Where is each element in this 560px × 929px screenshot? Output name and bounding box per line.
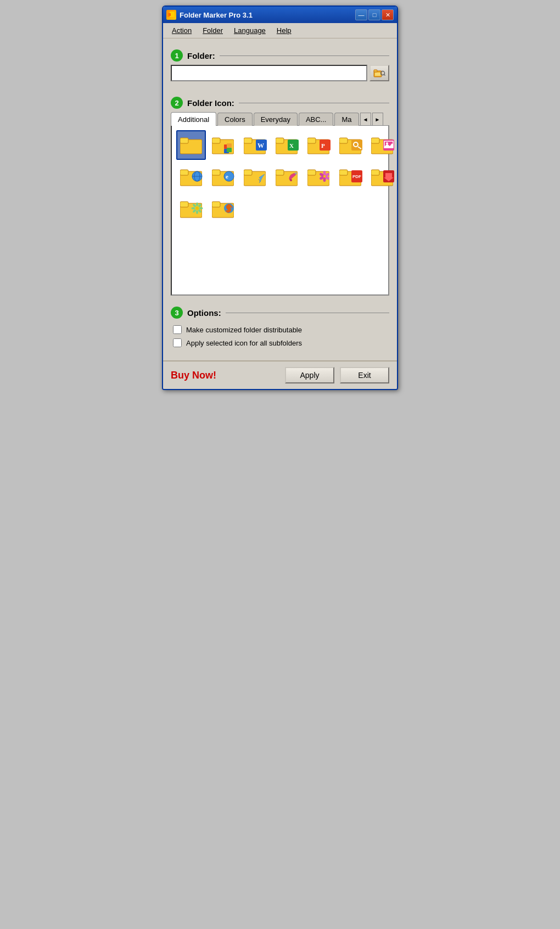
svg-text:W: W xyxy=(257,142,264,149)
tab-everyday[interactable]: Everyday xyxy=(254,113,298,126)
svg-point-71 xyxy=(195,207,199,210)
folder-icon-feather[interactable] xyxy=(240,162,270,192)
svg-rect-13 xyxy=(227,143,232,148)
svg-rect-62 xyxy=(339,170,348,175)
tab-abc[interactable]: ABC... xyxy=(299,113,334,126)
svg-rect-81 xyxy=(212,202,220,207)
folder-section-header: 1 Folder: xyxy=(171,49,389,62)
menu-action[interactable]: Action xyxy=(167,25,196,36)
svg-rect-17 xyxy=(244,138,252,143)
svg-line-7 xyxy=(384,75,385,76)
folder-icon-plain[interactable] xyxy=(176,130,206,160)
checkbox-row-subfolders: Apply selected icon for all subfolders xyxy=(173,338,387,347)
browse-button[interactable] xyxy=(369,65,389,81)
content-area: 1 Folder: 2 Folder Icon: xyxy=(163,38,397,360)
svg-point-73 xyxy=(198,203,202,208)
checkbox-distributable-label: Make customized folder distributable xyxy=(186,326,302,334)
folder-icon-red-arrow[interactable] xyxy=(367,162,397,192)
checkbox-subfolders[interactable] xyxy=(173,338,182,347)
svg-rect-44 xyxy=(212,170,220,175)
folder-icon-ie[interactable]: e xyxy=(208,162,238,192)
tab-bar: Additional Colors Everyday ABC... Ma ◄ ► xyxy=(171,112,389,126)
title-bar: Folder Marker Pro 3.1 — □ ✕ xyxy=(163,7,397,23)
svg-point-76 xyxy=(196,210,198,214)
tab-scroll-right[interactable]: ► xyxy=(372,113,383,126)
options-step-number: 3 xyxy=(171,307,183,319)
main-window: Folder Marker Pro 3.1 — □ ✕ Action Folde… xyxy=(162,5,398,390)
svg-rect-5 xyxy=(375,73,380,76)
icon-grid-container: W xyxy=(171,125,389,296)
svg-rect-29 xyxy=(339,138,348,143)
close-button[interactable]: ✕ xyxy=(382,9,394,20)
folder-section-title: Folder: xyxy=(187,51,215,60)
menu-help[interactable]: Help xyxy=(272,25,296,36)
icon-divider xyxy=(239,103,389,103)
options-section-header: 3 Options: xyxy=(171,307,389,319)
minimize-button[interactable]: — xyxy=(355,9,367,20)
options-section-title: Options: xyxy=(187,308,221,318)
folder-icon-firefox[interactable] xyxy=(208,194,238,224)
folder-icon-globe[interactable] xyxy=(176,162,206,192)
svg-text:e: e xyxy=(226,173,228,180)
svg-rect-21 xyxy=(276,138,284,143)
svg-text:PDF: PDF xyxy=(352,174,361,179)
folder-icon-daisy[interactable] xyxy=(176,194,206,224)
folder-icon-key[interactable] xyxy=(335,130,365,160)
svg-rect-9 xyxy=(180,138,188,143)
checkbox-row-distributable: Make customized folder distributable xyxy=(173,325,387,334)
svg-rect-2 xyxy=(169,13,171,16)
svg-text:P: P xyxy=(321,142,325,149)
folder-icon-word[interactable]: W xyxy=(240,130,270,160)
checkbox-subfolders-label: Apply selected icon for all subfolders xyxy=(186,339,302,347)
menu-language[interactable]: Language xyxy=(229,25,270,36)
icon-section-header: 2 Folder Icon: xyxy=(171,97,389,109)
bottom-bar: Buy Now! Apply Exit xyxy=(163,360,397,389)
title-bar-left: Folder Marker Pro 3.1 xyxy=(166,10,253,20)
svg-rect-48 xyxy=(244,170,252,175)
svg-point-78 xyxy=(192,207,195,209)
svg-rect-53 xyxy=(307,170,316,175)
options-checkboxes: Make customized folder distributable App… xyxy=(171,322,389,355)
menu-folder[interactable]: Folder xyxy=(198,25,227,36)
icon-grid: W xyxy=(176,130,384,224)
tab-additional[interactable]: Additional xyxy=(171,112,216,126)
app-icon xyxy=(166,10,176,20)
checkbox-distributable[interactable] xyxy=(173,325,182,334)
svg-point-58 xyxy=(323,177,326,182)
exit-button[interactable]: Exit xyxy=(340,367,389,383)
folder-icon-paint[interactable] xyxy=(272,162,301,192)
svg-point-74 xyxy=(199,207,203,209)
folder-icon-ppt[interactable]: P xyxy=(304,130,333,160)
svg-text:X: X xyxy=(289,142,294,149)
buy-now-label[interactable]: Buy Now! xyxy=(171,370,216,381)
svg-rect-66 xyxy=(371,170,379,175)
window-title: Folder Marker Pro 3.1 xyxy=(180,11,253,19)
folder-input-row xyxy=(171,65,389,81)
svg-rect-25 xyxy=(307,138,316,143)
icon-section-title: Folder Icon: xyxy=(187,98,234,108)
folder-icon-msoffice[interactable] xyxy=(208,130,238,160)
title-buttons: — □ ✕ xyxy=(355,9,394,20)
bottom-buttons: Apply Exit xyxy=(285,367,389,383)
tab-colors[interactable]: Colors xyxy=(217,113,253,126)
tabs-container: Additional Colors Everyday ABC... Ma ◄ ► xyxy=(171,112,389,296)
tab-scroll-left[interactable]: ◄ xyxy=(360,113,371,126)
folder-icon-excel[interactable]: X xyxy=(272,130,301,160)
svg-rect-50 xyxy=(276,170,284,175)
svg-rect-70 xyxy=(180,202,188,207)
folder-icon-img[interactable] xyxy=(367,130,397,160)
svg-point-75 xyxy=(198,209,202,213)
apply-button[interactable]: Apply xyxy=(285,367,334,383)
folder-path-input[interactable] xyxy=(171,65,367,81)
svg-point-77 xyxy=(192,209,197,213)
folder-icon-pdf[interactable]: PDF xyxy=(335,162,365,192)
svg-point-55 xyxy=(323,171,326,175)
svg-rect-34 xyxy=(371,138,379,143)
maximize-button[interactable]: □ xyxy=(368,9,380,20)
tab-ma[interactable]: Ma xyxy=(334,113,359,126)
svg-rect-4 xyxy=(374,70,377,72)
folder-divider xyxy=(220,55,389,56)
menu-bar: Action Folder Language Help xyxy=(163,23,397,38)
svg-point-72 xyxy=(196,203,198,207)
folder-icon-flower[interactable] xyxy=(304,162,333,192)
